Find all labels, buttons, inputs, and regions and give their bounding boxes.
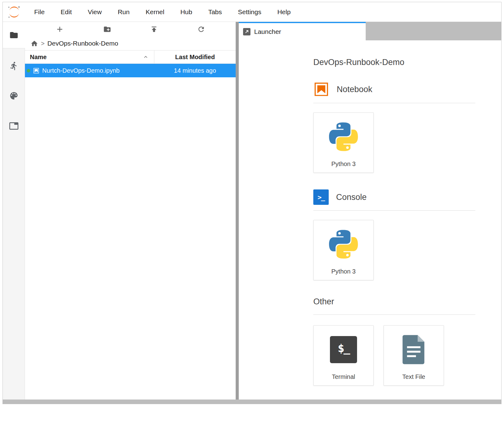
card-label: Terminal — [332, 373, 355, 380]
terminal-icon: $_ — [330, 326, 357, 373]
window-bottom-strip — [3, 400, 501, 404]
menu-run[interactable]: Run — [110, 2, 138, 22]
file-row-selected[interactable]: Nurtch-DevOps-Demo.ipynb 14 minutes ago — [25, 64, 236, 77]
new-folder-icon[interactable] — [103, 25, 111, 33]
column-modified-label: Last Modified — [175, 54, 215, 61]
launcher-panel: DevOps-Runbook-Demo Notebook Python 3 — [239, 40, 501, 400]
console-icon: >_ — [313, 189, 329, 205]
launcher-section-console: >_ Console — [313, 189, 475, 205]
notebook-icon — [313, 81, 329, 97]
file-name: Nurtch-DevOps-Demo.ipynb — [42, 67, 120, 74]
kernel-running-dot — [27, 69, 30, 72]
notebook-file-icon — [33, 67, 39, 74]
card-label: Python 3 — [331, 160, 356, 168]
launcher-card-text-file[interactable]: Text File — [384, 325, 444, 386]
launcher-tab-icon — [243, 28, 250, 35]
tab-launcher-label: Launcher — [254, 28, 281, 35]
column-name-label: Name — [30, 54, 47, 61]
section-label-other: Other — [313, 297, 334, 306]
workspace-tabbar: Launcher — [239, 22, 501, 40]
sidebar-tab-file-browser[interactable] — [3, 22, 25, 48]
folder-icon — [9, 30, 18, 40]
launcher-card-notebook-python3[interactable]: Python 3 — [313, 112, 374, 173]
section-divider — [313, 103, 475, 103]
file-last-modified: 14 minutes ago — [154, 67, 236, 74]
notebook-cards: Python 3 — [313, 112, 475, 173]
panel-splitter[interactable] — [236, 22, 239, 400]
menu-help[interactable]: Help — [269, 2, 299, 22]
sidebar-tab-strip — [3, 22, 25, 400]
section-divider — [313, 210, 475, 211]
other-cards: $_ Terminal Text File — [313, 325, 475, 386]
sort-ascending-icon — [143, 54, 148, 60]
breadcrumb: > DevOps-Runbook-Demo — [25, 37, 236, 50]
tabs-icon[interactable] — [9, 121, 19, 131]
card-label: Python 3 — [331, 268, 356, 275]
tab-launcher[interactable]: Launcher — [239, 22, 366, 40]
launcher-section-notebook: Notebook — [313, 81, 475, 97]
menu-file[interactable]: File — [26, 2, 53, 22]
palette-icon[interactable] — [9, 91, 19, 101]
jupyterlab-window: File Edit View Run Kernel Hub Tabs Setti… — [2, 2, 502, 404]
launcher-card-console-python3[interactable]: Python 3 — [313, 220, 374, 280]
menubar: File Edit View Run Kernel Hub Tabs Setti… — [3, 2, 501, 22]
new-launcher-icon[interactable] — [55, 25, 64, 34]
menu-hub[interactable]: Hub — [172, 2, 200, 22]
menu-edit[interactable]: Edit — [53, 2, 80, 22]
workspace-panel: Launcher DevOps-Runbook-Demo Notebook — [239, 22, 501, 400]
menu-kernel[interactable]: Kernel — [138, 2, 173, 22]
terminal-glyph: $_ — [330, 336, 357, 363]
launcher-section-other: Other — [313, 297, 475, 306]
file-browser-toolbar — [25, 22, 236, 37]
section-label-console: Console — [336, 193, 367, 202]
python-icon — [329, 220, 358, 268]
menu-settings[interactable]: Settings — [230, 2, 269, 22]
card-label: Text File — [402, 373, 425, 380]
column-header-name[interactable]: Name — [25, 51, 154, 63]
file-browser-panel: > DevOps-Runbook-Demo Name Last Modified — [25, 22, 236, 400]
section-divider — [313, 314, 475, 315]
upload-icon[interactable] — [150, 25, 158, 33]
running-sessions-icon[interactable] — [9, 61, 18, 71]
console-cards: Python 3 — [313, 220, 475, 280]
menu-view[interactable]: View — [80, 2, 110, 22]
menu-tabs[interactable]: Tabs — [200, 2, 230, 22]
python-icon — [329, 113, 358, 160]
launcher-card-terminal[interactable]: $_ Terminal — [313, 325, 374, 386]
section-label-notebook: Notebook — [337, 85, 372, 94]
file-list-header: Name Last Modified — [25, 50, 236, 64]
jupyter-logo-icon — [7, 5, 21, 19]
breadcrumb-separator: > — [41, 40, 45, 47]
file-row-name-cell: Nurtch-DevOps-Demo.ipynb — [25, 67, 154, 74]
breadcrumb-current-folder[interactable]: DevOps-Runbook-Demo — [47, 40, 118, 47]
text-file-icon — [401, 326, 426, 373]
home-icon[interactable] — [30, 40, 38, 47]
refresh-icon[interactable] — [197, 25, 205, 33]
column-header-last-modified[interactable]: Last Modified — [154, 51, 236, 63]
main-area: > DevOps-Runbook-Demo Name Last Modified — [3, 22, 501, 400]
launcher-title: DevOps-Runbook-Demo — [313, 58, 475, 67]
